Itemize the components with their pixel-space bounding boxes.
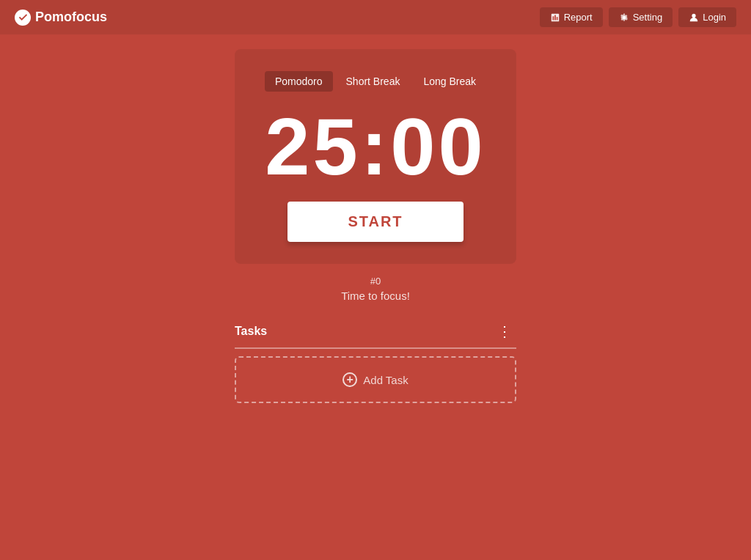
- add-task-button[interactable]: + Add Task: [235, 356, 516, 403]
- session-number: #0: [341, 276, 410, 287]
- logo-icon: [15, 10, 31, 26]
- report-button[interactable]: Report: [540, 7, 603, 27]
- session-label: Time to focus!: [341, 290, 410, 302]
- three-dots-icon: ⋮: [497, 323, 512, 339]
- tab-pomodoro[interactable]: Pomodoro: [265, 71, 333, 92]
- gear-icon: [619, 12, 629, 23]
- svg-point-5: [692, 13, 696, 17]
- report-icon: [550, 12, 560, 23]
- nav-buttons: Report Setting Login: [540, 7, 736, 27]
- login-button[interactable]: Login: [678, 7, 736, 27]
- navbar: Pomofocus Report Setting Login: [0, 0, 751, 34]
- tasks-header: Tasks ⋮: [235, 317, 516, 349]
- setting-button[interactable]: Setting: [609, 7, 673, 27]
- main-content: Pomodoro Short Break Long Break 25:00 ST…: [0, 34, 751, 403]
- timer-tabs: Pomodoro Short Break Long Break: [265, 71, 486, 92]
- timer-card: Pomodoro Short Break Long Break 25:00 ST…: [235, 49, 516, 264]
- report-label: Report: [564, 12, 593, 23]
- start-button[interactable]: START: [287, 202, 464, 242]
- session-info: #0 Time to focus!: [341, 276, 410, 302]
- tab-short-break[interactable]: Short Break: [336, 71, 411, 92]
- tab-long-break[interactable]: Long Break: [413, 71, 486, 92]
- svg-rect-1: [552, 16, 554, 20]
- svg-rect-3: [556, 17, 557, 20]
- add-task-label: Add Task: [363, 374, 408, 386]
- tasks-menu-button[interactable]: ⋮: [493, 321, 516, 342]
- tasks-title: Tasks: [235, 325, 267, 338]
- setting-label: Setting: [633, 12, 662, 23]
- timer-display: 25:00: [265, 106, 486, 187]
- logo: Pomofocus: [15, 10, 107, 26]
- login-label: Login: [703, 12, 726, 23]
- tasks-section: Tasks ⋮ + Add Task: [235, 317, 516, 403]
- add-task-icon: +: [342, 372, 357, 387]
- logo-text: Pomofocus: [35, 10, 107, 25]
- user-icon: [689, 12, 699, 23]
- svg-rect-2: [554, 15, 556, 20]
